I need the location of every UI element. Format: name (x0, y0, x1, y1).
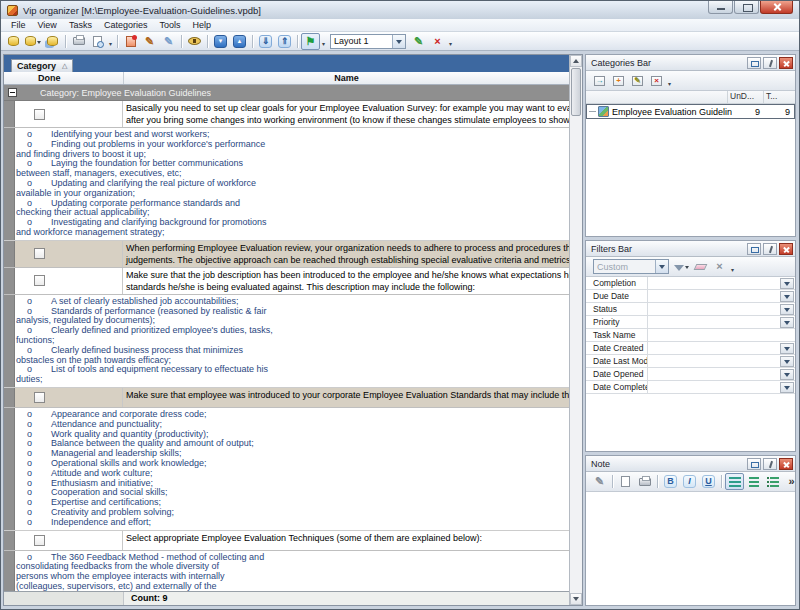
category-list-item[interactable]: Employee Evaluation Guidelines 9 9 (586, 104, 795, 119)
filter-dropdown-button[interactable] (780, 356, 794, 367)
task-row[interactable]: Make sure that the job description has b… (4, 268, 569, 295)
align-center-button[interactable] (744, 473, 763, 490)
scroll-down-button[interactable] (570, 593, 582, 605)
categories-column-undone[interactable]: UnD... (727, 91, 763, 103)
filter-value-field[interactable] (648, 290, 780, 302)
categories-column-name[interactable] (586, 91, 727, 103)
align-left-button[interactable] (725, 473, 744, 490)
group-by-category-button[interactable]: Category △ (11, 59, 73, 73)
menu-item-file[interactable]: File (5, 19, 32, 32)
note-toolbar-more-button[interactable]: » (782, 473, 796, 490)
move-down-button[interactable]: ▼ (211, 33, 230, 50)
minimize-button[interactable] (708, 1, 733, 14)
print-button[interactable] (69, 33, 88, 50)
scrollbar-track[interactable] (570, 117, 582, 593)
filter-value-field[interactable] (648, 355, 780, 367)
expand-all-button[interactable]: ⇓ (256, 33, 275, 50)
task-checkbox[interactable] (34, 248, 45, 259)
underline-button[interactable]: U (699, 473, 718, 490)
categories-column-total[interactable]: T... (763, 91, 795, 103)
print-note-button[interactable] (635, 473, 654, 490)
toolbar-overflow-indicator[interactable]: ▾ (107, 40, 114, 50)
column-header-name[interactable]: Name (124, 72, 569, 84)
filter-value-field[interactable] (648, 342, 780, 354)
column-header-done[interactable]: Done (4, 72, 124, 84)
close-button[interactable] (760, 1, 793, 14)
filter-dropdown-button[interactable] (780, 317, 794, 328)
edit-task-button[interactable]: ✎ (140, 33, 159, 50)
edit-category-button[interactable]: ✎ (628, 72, 647, 89)
filter-dropdown-button[interactable] (780, 369, 794, 380)
panel-pin-button[interactable] (763, 57, 777, 69)
layout-combo-dropdown[interactable] (392, 35, 405, 48)
vertical-scrollbar[interactable] (569, 55, 582, 605)
filter-value-field[interactable] (648, 381, 780, 393)
filter-dropdown-button[interactable] (780, 291, 794, 302)
delete-layout-button[interactable]: × (428, 33, 447, 50)
toolbar-overflow-indicator[interactable]: ▾ (447, 40, 454, 50)
edit-note-button[interactable]: ✎ (590, 473, 609, 490)
task-checkbox[interactable] (34, 535, 45, 546)
menu-item-help[interactable]: Help (186, 19, 217, 32)
task-row[interactable]: When performing Employee Evaluation revi… (4, 241, 569, 268)
filter-value-field[interactable] (648, 277, 780, 289)
task-row[interactable]: Make sure that employee was introduced t… (4, 388, 569, 408)
delete-category-button[interactable]: × (647, 72, 666, 89)
task-checkbox[interactable] (34, 275, 45, 286)
note-editor-area[interactable] (586, 492, 795, 605)
menu-item-categories[interactable]: Categories (98, 19, 154, 32)
move-up-button[interactable]: ▲ (230, 33, 249, 50)
filter-dropdown-button[interactable] (780, 343, 794, 354)
task-row[interactable]: Select appropriate Employee Evaluation T… (4, 531, 569, 551)
bold-button[interactable]: B (661, 473, 680, 490)
task-row[interactable]: Basically you need to set up clear goals… (4, 101, 569, 128)
menu-item-tools[interactable]: Tools (153, 19, 186, 32)
panel-maximize-button[interactable] (747, 243, 761, 255)
filter-value-field[interactable] (648, 368, 780, 380)
panel-maximize-button[interactable] (747, 458, 761, 470)
filter-value-field[interactable] (648, 329, 795, 341)
filter-dropdown-button[interactable] (780, 304, 794, 315)
collapse-all-button[interactable]: ⇑ (275, 33, 294, 50)
new-task-button[interactable] (121, 33, 140, 50)
italic-button[interactable]: I (680, 473, 699, 490)
print-preview-button[interactable] (88, 33, 107, 50)
new-note-page-button[interactable] (616, 473, 635, 490)
remove-filter-button[interactable]: × (710, 258, 729, 275)
panel-close-button[interactable] (779, 458, 793, 470)
bullet-list-button[interactable] (763, 473, 782, 490)
panel-pin-button[interactable] (763, 243, 777, 255)
panel-close-button[interactable] (779, 57, 793, 69)
task-checkbox[interactable] (34, 109, 45, 120)
toolbar-overflow-indicator[interactable]: ▾ (666, 80, 673, 90)
note-row[interactable]: oAppearance and corporate dress code;oAt… (4, 408, 569, 531)
filter-preset-combo-dropdown[interactable] (655, 260, 668, 273)
tree-expander-icon[interactable] (589, 111, 596, 112)
note-row[interactable]: oThe 360 Feedback Method - method of col… (4, 551, 569, 592)
edit-layout-button[interactable]: ✎ (409, 33, 428, 50)
new-database-button[interactable] (4, 33, 23, 50)
panel-close-button[interactable] (779, 243, 793, 255)
note-row[interactable]: oIdentifying your best and worst workers… (4, 128, 569, 241)
menu-item-tasks[interactable]: Tasks (63, 19, 98, 32)
filter-dropdown-button[interactable] (780, 278, 794, 289)
save-database-button[interactable] (43, 33, 62, 50)
filter-value-field[interactable] (648, 316, 780, 328)
scrollbar-thumb[interactable] (571, 68, 581, 116)
group-row[interactable]: Category: Employee Evaluation Guidelines (4, 85, 569, 101)
scroll-up-button[interactable] (570, 55, 582, 67)
complete-task-button[interactable]: ✎ (159, 33, 178, 50)
collapse-group-icon[interactable] (8, 88, 17, 97)
menu-item-view[interactable]: View (32, 19, 63, 32)
filter-dropdown-button[interactable] (780, 382, 794, 393)
clear-filter-button[interactable] (691, 258, 710, 275)
filter-value-field[interactable] (648, 303, 780, 315)
new-subcategory-button[interactable]: + (609, 72, 628, 89)
toolbar-overflow-indicator[interactable]: ▾ (729, 266, 736, 276)
filter-preset-combo[interactable]: Custom (593, 259, 669, 274)
task-checkbox[interactable] (34, 392, 45, 403)
maximize-button[interactable] (734, 1, 759, 14)
new-category-button[interactable]: → (590, 72, 609, 89)
apply-filter-button[interactable] (672, 258, 691, 275)
panel-maximize-button[interactable] (747, 57, 761, 69)
